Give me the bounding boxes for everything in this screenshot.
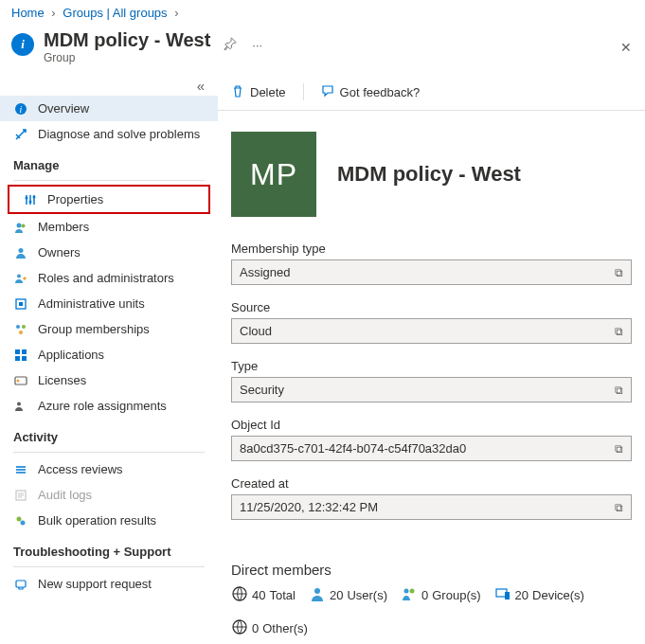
close-icon[interactable]: ✕ [620, 40, 632, 55]
globe-icon [231, 618, 248, 638]
sidebar-item-admin-units[interactable]: Administrative units [0, 291, 218, 316]
sidebar-item-properties[interactable]: Properties [9, 187, 208, 212]
user-icon [309, 585, 326, 605]
sidebar-label: Diagnose and solve problems [38, 127, 200, 141]
divider [13, 452, 205, 453]
field-object-id: Object Id 8a0cd375-c701-42f4-b074-c54f70… [218, 418, 645, 476]
sidebar-label: Azure role assignments [38, 399, 167, 413]
field-source: Source Cloud ⧉ [218, 300, 645, 359]
stat-value: 0 [252, 621, 259, 635]
field-text: 8a0cd375-c701-42f4-b074-c54f70a32da0 [240, 441, 466, 456]
stat-value: 40 [252, 588, 265, 602]
sidebar-item-group-memberships[interactable]: Group memberships [0, 316, 218, 342]
sidebar-item-licenses[interactable]: Licenses [0, 367, 218, 393]
copy-icon[interactable]: ⧉ [615, 266, 623, 279]
sidebar-item-diagnose[interactable]: Diagnose and solve problems [0, 121, 218, 147]
more-icon[interactable]: ··· [252, 38, 262, 52]
delete-button[interactable]: Delete [231, 84, 286, 100]
breadcrumb-home[interactable]: Home [11, 6, 45, 20]
stat-value: 20 [330, 588, 343, 602]
applications-icon [13, 349, 28, 362]
svg-rect-10 [19, 302, 23, 306]
svg-point-28 [410, 589, 415, 594]
info-icon: i [11, 33, 34, 56]
sidebar-item-overview[interactable]: i Overview [0, 96, 218, 121]
stat-label: User(s) [347, 588, 387, 602]
svg-point-22 [17, 516, 22, 521]
sidebar-section-manage: Manage [0, 147, 218, 176]
highlight-properties: Properties [8, 185, 210, 214]
sidebar-item-members[interactable]: Members [0, 214, 218, 240]
sidebar-item-applications[interactable]: Applications [0, 342, 218, 367]
stat-devices: 20 Device(s) [494, 585, 584, 605]
direct-members-stats: 40 Total 20 User(s) 0 Group(s) 20 Device… [218, 585, 645, 638]
licenses-icon [13, 374, 28, 387]
divider [13, 566, 205, 567]
page-header: i MDM policy - West Group ··· ✕ [0, 26, 645, 74]
collapse-icon[interactable]: « [0, 74, 218, 96]
sidebar-label: Audit logs [38, 488, 92, 502]
sidebar-item-audit-logs: Audit logs [0, 482, 218, 508]
field-type: Type Security ⧉ [218, 359, 645, 418]
sidebar-label: Group memberships [38, 322, 150, 336]
stat-value: 0 [421, 588, 428, 602]
bulk-results-icon [13, 514, 28, 528]
feedback-icon [321, 84, 334, 100]
breadcrumb-groups[interactable]: Groups | All groups [63, 6, 167, 20]
copy-icon[interactable]: ⧉ [615, 384, 623, 397]
svg-point-3 [29, 200, 32, 203]
content-pane: Delete Got feedback? MP MDM policy - Wes… [218, 74, 645, 644]
field-value: 8a0cd375-c701-42f4-b074-c54f70a32da0 ⧉ [231, 436, 632, 461]
sidebar-item-azure-roles[interactable]: Azure role assignments [0, 393, 218, 419]
stat-total: 40 Total [231, 585, 296, 605]
svg-point-11 [16, 325, 20, 329]
sidebar-label: Properties [47, 192, 103, 206]
sidebar-label: Overview [38, 101, 89, 116]
owners-icon [13, 246, 28, 259]
svg-point-23 [21, 520, 26, 525]
delete-label: Delete [250, 85, 286, 99]
group-memberships-icon [13, 323, 28, 336]
sidebar-item-bulk-results[interactable]: Bulk operation results [0, 508, 218, 533]
sidebar-item-roles[interactable]: Roles and administrators [0, 265, 218, 291]
sidebar-label: Members [38, 220, 89, 234]
globe-icon [231, 585, 248, 605]
field-label: Type [231, 359, 632, 373]
footer-stats: Group memberships 0 Owners 2 Total membe… [218, 638, 645, 644]
copy-icon[interactable]: ⧉ [615, 501, 623, 514]
chevron-right-icon: › [174, 6, 178, 20]
field-text: 11/25/2020, 12:32:42 PM [240, 500, 378, 514]
stat-label: Total [269, 588, 295, 602]
feedback-button[interactable]: Got feedback? [321, 84, 421, 100]
admin-units-icon [13, 297, 28, 311]
group-hero: MP MDM policy - West [218, 111, 645, 242]
sidebar-item-owners[interactable]: Owners [0, 240, 218, 265]
sidebar-label: Applications [38, 348, 104, 362]
chevron-right-icon: › [51, 6, 55, 20]
field-membership-type: Membership type Assigned ⧉ [218, 242, 645, 300]
copy-icon[interactable]: ⧉ [615, 442, 623, 456]
svg-rect-17 [22, 356, 27, 361]
svg-point-4 [33, 195, 36, 198]
stat-users: 20 User(s) [309, 585, 387, 605]
field-label: Membership type [231, 242, 632, 256]
direct-members-header: Direct members [218, 535, 645, 585]
audit-logs-icon [13, 489, 28, 502]
field-created-at: Created at 11/25/2020, 12:32:42 PM ⧉ [218, 476, 645, 535]
svg-point-8 [17, 274, 21, 277]
pin-icon[interactable] [224, 37, 237, 53]
copy-icon[interactable]: ⧉ [615, 325, 623, 338]
svg-rect-14 [15, 349, 20, 354]
sidebar-label: Owners [38, 245, 81, 259]
breadcrumb: Home › Groups | All groups › [0, 0, 645, 26]
svg-text:i: i [20, 104, 23, 115]
sidebar-item-support-request[interactable]: New support request [0, 571, 218, 597]
field-value: Assigned ⧉ [231, 259, 632, 285]
sidebar-label: New support request [38, 577, 152, 591]
svg-point-19 [17, 379, 20, 382]
svg-rect-24 [16, 581, 26, 587]
svg-point-27 [404, 589, 409, 594]
sidebar-item-access-reviews[interactable]: Access reviews [0, 456, 218, 482]
diagnose-icon [13, 128, 28, 141]
azure-roles-icon [13, 400, 28, 413]
